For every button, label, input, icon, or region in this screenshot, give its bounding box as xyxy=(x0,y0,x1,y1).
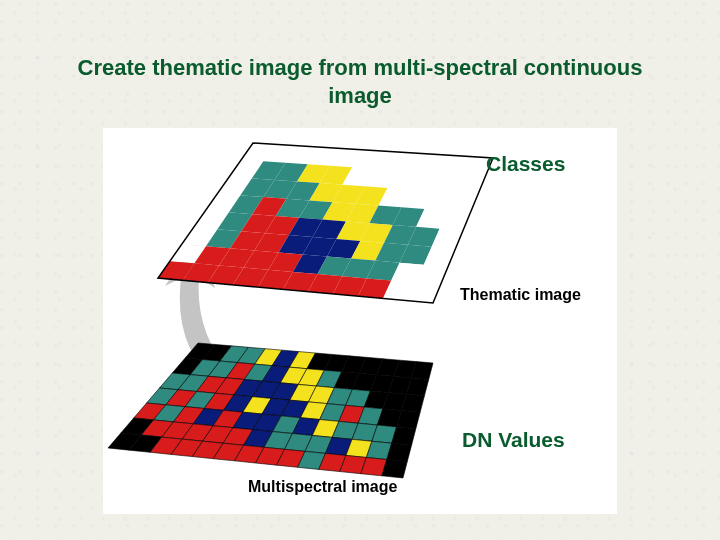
diagram-svg xyxy=(103,128,617,514)
title-line-2: image xyxy=(328,83,392,108)
title-line-1: Create thematic image from multi-spectra… xyxy=(78,55,643,80)
label-classes: Classes xyxy=(486,152,565,176)
multispectral-image xyxy=(108,343,433,478)
svg-marker-186 xyxy=(382,460,407,478)
label-dn-values: DN Values xyxy=(462,428,565,452)
label-multispectral: Multispectral image xyxy=(248,478,397,496)
slide-title: Create thematic image from multi-spectra… xyxy=(0,54,720,109)
label-thematic: Thematic image xyxy=(460,286,581,304)
thematic-image xyxy=(158,143,493,303)
